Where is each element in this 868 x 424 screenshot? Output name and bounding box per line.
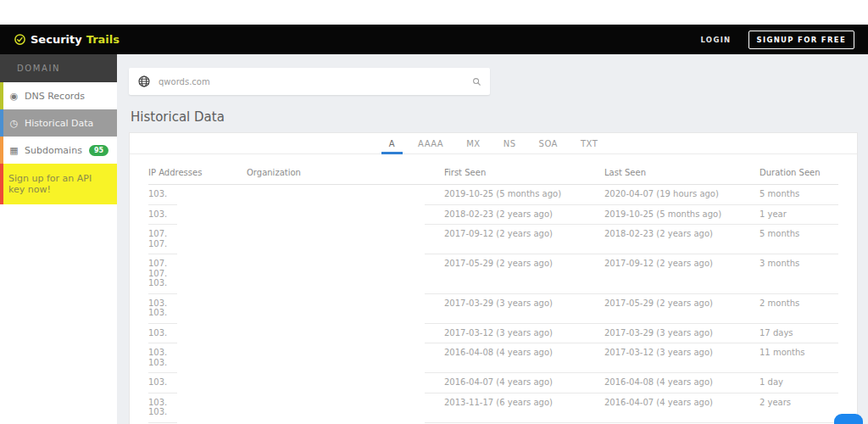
ip-address[interactable]: 107. bbox=[148, 239, 247, 249]
layout: DOMAIN ◉DNS Records◷Historical Data▦Subd… bbox=[0, 54, 868, 424]
tab-soa[interactable]: SOA bbox=[539, 139, 558, 153]
sidebar-item-label: Historical Data bbox=[25, 118, 93, 129]
brand-name-secondary: Trails bbox=[86, 33, 120, 46]
ip-address[interactable]: 103. bbox=[148, 189, 247, 199]
ip-address[interactable]: 103. bbox=[148, 298, 247, 309]
ip-address[interactable]: 107. bbox=[148, 269, 247, 279]
table-body: 103.2019-10-25 (5 months ago)2020-04-07 … bbox=[148, 185, 838, 424]
tab-mx[interactable]: MX bbox=[466, 139, 480, 153]
ip-addresses-cell: 103. bbox=[148, 189, 247, 199]
duration-seen-cell: 5 months bbox=[760, 229, 838, 238]
historical-data-table: IP AddressesOrganizationFirst SeenLast S… bbox=[130, 154, 857, 424]
ip-address[interactable]: 103. bbox=[148, 398, 247, 408]
tab-a[interactable]: A bbox=[389, 139, 395, 153]
column-header-organization: Organization bbox=[247, 168, 444, 177]
securitytrails-logo-icon bbox=[14, 33, 26, 46]
last-seen-cell: 2016-04-08 (4 years ago) bbox=[604, 377, 760, 387]
sidebar-item-label: DNS Records bbox=[25, 91, 85, 102]
ip-address[interactable]: 103. bbox=[148, 209, 247, 220]
first-seen-cell: 2017-03-12 (3 years ago) bbox=[444, 328, 604, 338]
ip-address[interactable]: 103. bbox=[148, 348, 247, 358]
first-seen-cell: 2017-05-29 (2 years ago) bbox=[444, 259, 604, 268]
duration-seen-cell: 3 months bbox=[760, 259, 838, 268]
sidebar-item-label: Subdomains bbox=[25, 145, 82, 156]
ip-addresses-cell: 107.107.103. bbox=[148, 259, 247, 288]
accent-strip bbox=[0, 137, 3, 164]
signup-button[interactable]: SIGNUP FOR FREE bbox=[748, 31, 854, 49]
sidebar-item-dns-records[interactable]: ◉DNS Records bbox=[0, 82, 117, 109]
column-header-ip-addresses: IP Addresses bbox=[148, 168, 247, 177]
last-seen-cell: 2017-05-29 (2 years ago) bbox=[604, 298, 760, 308]
sidebar-section-title: DOMAIN bbox=[0, 54, 117, 82]
securitytrails-logo[interactable]: SecurityTrails bbox=[14, 33, 120, 46]
page-title: Historical Data bbox=[131, 109, 868, 125]
top-white-strip bbox=[0, 0, 868, 25]
table-row: 103.2017-03-12 (3 years ago)2017-03-29 (… bbox=[148, 324, 838, 344]
tab-ns[interactable]: NS bbox=[504, 139, 516, 153]
subdomains-count-badge: 95 bbox=[89, 145, 108, 156]
ip-address[interactable]: 107. bbox=[148, 259, 247, 269]
ip-address[interactable]: 107. bbox=[148, 229, 247, 239]
sidebar: DOMAIN ◉DNS Records◷Historical Data▦Subd… bbox=[0, 54, 117, 424]
ip-addresses-cell: 103.103. bbox=[148, 298, 247, 318]
topbar-actions: LOGIN SIGNUP FOR FREE bbox=[700, 31, 854, 49]
column-header-last-seen: Last Seen bbox=[604, 168, 760, 177]
table-row: 103.103.2017-03-29 (3 years ago)2017-05-… bbox=[148, 294, 838, 324]
last-seen-cell: 2019-10-25 (5 months ago) bbox=[604, 209, 760, 219]
api-key-banner-label: Sign up for an API key now! bbox=[8, 173, 92, 195]
login-button[interactable]: LOGIN bbox=[700, 36, 731, 44]
main-content: Historical Data AAAAAMXNSSOATXT IP Addre… bbox=[117, 54, 868, 424]
brand-name-primary: Security bbox=[31, 33, 82, 46]
table-row: 103.103.2013-11-17 (6 years ago)2016-04-… bbox=[148, 393, 838, 423]
last-seen-cell: 2016-04-07 (4 years ago) bbox=[604, 398, 760, 407]
ip-address[interactable]: 103. bbox=[148, 308, 247, 318]
ip-addresses-cell: 103.103. bbox=[148, 348, 247, 367]
duration-seen-cell: 2 years bbox=[760, 398, 838, 407]
top-navigation-bar: SecurityTrails LOGIN SIGNUP FOR FREE bbox=[0, 25, 868, 54]
duration-seen-cell: 2 months bbox=[760, 298, 838, 308]
accent-strip bbox=[0, 164, 3, 204]
ip-addresses-cell: 103. bbox=[148, 209, 247, 220]
sidebar-item-historical-data[interactable]: ◷Historical Data bbox=[0, 109, 117, 137]
first-seen-cell: 2017-09-12 (2 years ago) bbox=[444, 229, 604, 238]
accent-strip bbox=[0, 82, 3, 109]
search-icon[interactable] bbox=[472, 77, 481, 86]
history-clock-icon: ◷ bbox=[8, 119, 19, 128]
domain-search-bar[interactable] bbox=[129, 68, 490, 95]
ip-address[interactable]: 103. bbox=[148, 407, 247, 417]
ip-addresses-cell: 103. bbox=[148, 377, 247, 388]
globe-target-icon: ◉ bbox=[8, 92, 19, 101]
table-row: 107.107.2017-09-12 (2 years ago)2018-02-… bbox=[148, 225, 838, 254]
first-seen-cell: 2019-10-25 (5 months ago) bbox=[444, 189, 604, 198]
first-seen-cell: 2016-04-07 (4 years ago) bbox=[444, 377, 604, 387]
page: SecurityTrails LOGIN SIGNUP FOR FREE DOM… bbox=[0, 0, 868, 424]
domain-search-input[interactable] bbox=[159, 77, 465, 86]
duration-seen-cell: 5 months bbox=[760, 189, 838, 198]
globe-icon bbox=[137, 75, 151, 88]
first-seen-cell: 2017-03-29 (3 years ago) bbox=[444, 298, 604, 308]
historical-data-card: AAAAAMXNSSOATXT IP AddressesOrganization… bbox=[129, 132, 858, 424]
last-seen-cell: 2017-09-12 (2 years ago) bbox=[604, 259, 760, 268]
ip-address[interactable]: 103. bbox=[148, 328, 247, 338]
duration-seen-cell: 11 months bbox=[760, 348, 838, 357]
first-seen-cell: 2018-02-23 (2 years ago) bbox=[444, 209, 604, 219]
ip-address[interactable]: 103. bbox=[148, 358, 247, 368]
record-type-tabs: AAAAAMXNSSOATXT bbox=[130, 133, 857, 154]
first-seen-cell: 2016-04-08 (4 years ago) bbox=[444, 348, 604, 357]
last-seen-cell: 2020-04-07 (19 hours ago) bbox=[604, 189, 760, 198]
tab-txt[interactable]: TXT bbox=[581, 139, 598, 153]
ip-address[interactable]: 103. bbox=[148, 377, 247, 388]
tab-aaaa[interactable]: AAAA bbox=[418, 139, 443, 153]
last-seen-cell: 2017-03-29 (3 years ago) bbox=[604, 328, 760, 338]
last-seen-cell: 2018-02-23 (2 years ago) bbox=[604, 229, 760, 238]
chat-widget-button[interactable] bbox=[834, 414, 863, 424]
sidebar-nav: ◉DNS Records◷Historical Data▦Subdomains9… bbox=[0, 82, 117, 164]
duration-seen-cell: 1 year bbox=[760, 209, 838, 219]
ip-addresses-cell: 103. bbox=[148, 328, 247, 338]
sidebar-item-subdomains[interactable]: ▦Subdomains95 bbox=[0, 137, 117, 164]
table-row: 103.103.2016-04-08 (4 years ago)2017-03-… bbox=[148, 343, 838, 373]
last-seen-cell: 2017-03-12 (3 years ago) bbox=[604, 348, 760, 357]
ip-address[interactable]: 103. bbox=[148, 278, 247, 288]
api-key-banner[interactable]: Sign up for an API key now! bbox=[0, 164, 117, 204]
column-header-duration-seen: Duration Seen bbox=[760, 168, 838, 177]
